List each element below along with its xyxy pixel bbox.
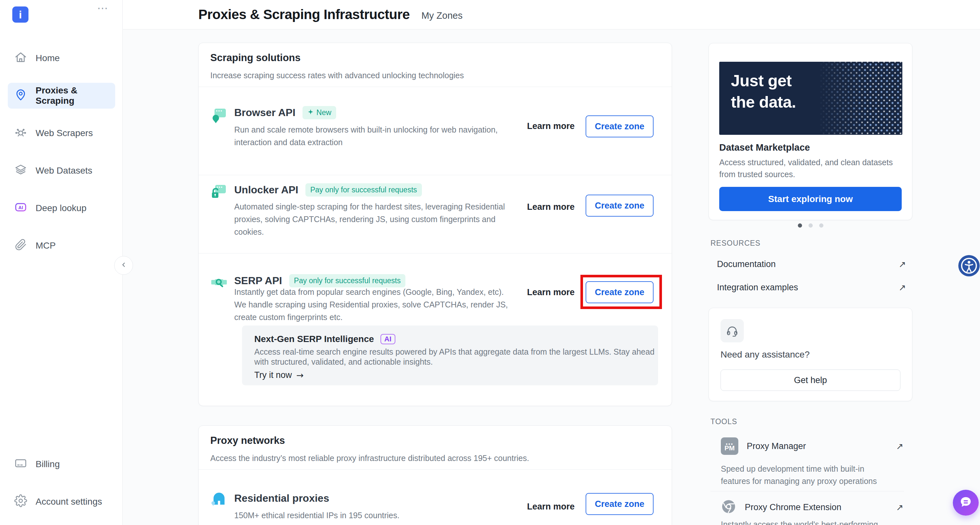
desc-line: Speed up development time with built-in bbox=[721, 463, 877, 475]
desc-line: from trusted sources. bbox=[719, 168, 892, 181]
create-zone-button-residential[interactable]: Create zone bbox=[585, 493, 654, 515]
unlocker-api-icon bbox=[210, 184, 228, 201]
sidebar-item-proxies-scraping[interactable]: Proxies & Scraping bbox=[8, 83, 115, 109]
banner-line: Just get bbox=[731, 70, 796, 92]
proxy-manager-icon: ••• PM bbox=[721, 438, 738, 455]
page-title: Proxies & Scraping Infrastructure bbox=[198, 7, 410, 22]
card-title: Scraping solutions bbox=[210, 52, 301, 64]
sidebar-overflow-menu-icon[interactable]: ⋯ bbox=[97, 3, 109, 14]
brand-logo[interactable]: i bbox=[12, 6, 29, 23]
paperclip-icon bbox=[14, 238, 27, 254]
desc-line: Access structured, validated, and clean … bbox=[719, 157, 892, 168]
sidebar-item-label: Home bbox=[36, 53, 60, 63]
try-it-now-label: Try it now bbox=[254, 370, 292, 380]
tool-proxy-chrome-extension[interactable]: Proxy Chrome Extension ↗ bbox=[721, 499, 903, 515]
desc-line: features for managing any proxy operatio… bbox=[721, 475, 877, 487]
ai-box-icon: AI bbox=[14, 201, 27, 216]
dataset-marketplace-card: Just get the data. Dataset Marketplace A… bbox=[708, 43, 912, 220]
desc-line: 150M+ ethical residential IPs in 195 cou… bbox=[234, 509, 399, 522]
svg-text:AI: AI bbox=[18, 205, 23, 210]
banner-headline: Just get the data. bbox=[731, 70, 796, 113]
carousel-dot[interactable] bbox=[798, 224, 802, 228]
desc-line: Instantly access the world's best-perfor… bbox=[721, 518, 878, 525]
sidebar-item-label: Deep lookup bbox=[36, 203, 86, 213]
sidebar-item-web-datasets[interactable]: Web Datasets bbox=[8, 158, 115, 184]
external-link-icon: ↗ bbox=[896, 502, 903, 512]
create-zone-button-unlocker-api[interactable]: Create zone bbox=[585, 195, 654, 217]
external-link-icon: ↗ bbox=[899, 259, 906, 269]
tool-description: Speed up development time with built-in … bbox=[721, 463, 877, 487]
sidebar-item-web-scrapers[interactable]: Web Scrapers bbox=[8, 120, 115, 146]
promo-description: Access structured, validated, and clean … bbox=[719, 157, 892, 181]
external-link-icon: ↗ bbox=[896, 441, 903, 451]
residential-proxies-icon bbox=[210, 490, 228, 507]
promo-heading: Dataset Marketplace bbox=[719, 142, 810, 153]
sidebar-item-account-settings[interactable]: Account settings bbox=[8, 489, 115, 515]
assistance-card: Need any assistance? Get help bbox=[708, 308, 912, 401]
assistance-question: Need any assistance? bbox=[721, 349, 810, 360]
card-header: Proxy networks Access the industry’s mos… bbox=[199, 426, 672, 470]
resources-link-integration-examples[interactable]: Integration examples ↗ bbox=[717, 279, 906, 296]
create-zone-button-serp-api[interactable]: Create zone bbox=[585, 281, 654, 303]
banner-dot-pattern bbox=[818, 62, 902, 135]
card-subtitle: Increase scraping success rates with adv… bbox=[210, 71, 464, 80]
product-description: Run and scale remote browsers with built… bbox=[234, 124, 498, 149]
external-link-icon: ↗ bbox=[899, 282, 906, 293]
tab-my-zones[interactable]: My Zones bbox=[421, 8, 462, 21]
headset-icon bbox=[721, 319, 744, 343]
divider bbox=[711, 491, 904, 492]
chevron-left-icon bbox=[119, 260, 128, 270]
carousel-dot[interactable] bbox=[819, 224, 823, 228]
badge-label: New bbox=[317, 108, 331, 117]
location-pin-icon bbox=[14, 88, 27, 103]
product-title: Unlocker API bbox=[234, 184, 298, 196]
credit-card-icon bbox=[14, 457, 27, 472]
sidebar-item-label: Web Scrapers bbox=[36, 128, 93, 138]
sidebar-item-deep-lookup[interactable]: AI Deep lookup bbox=[8, 195, 115, 221]
sidebar-item-label: Web Datasets bbox=[36, 165, 92, 176]
learn-more-link[interactable]: Learn more bbox=[527, 502, 574, 512]
create-zone-button-browser-api[interactable]: Create zone bbox=[585, 116, 654, 137]
sidebar-item-billing[interactable]: Billing bbox=[8, 451, 115, 477]
pm-icon-label: PM bbox=[724, 444, 735, 451]
serp-box-title: Next-Gen SERP Intelligence bbox=[254, 334, 374, 344]
accessibility-widget-button[interactable] bbox=[958, 255, 980, 276]
product-title: Residential proxies bbox=[234, 492, 329, 504]
scraping-solutions-card: Scraping solutions Increase scraping suc… bbox=[198, 43, 672, 406]
row-unlocker-api: Unlocker API Pay only for successful req… bbox=[199, 175, 672, 253]
desc-line: Run and scale remote browsers with built… bbox=[234, 124, 498, 136]
learn-more-link[interactable]: Learn more bbox=[527, 121, 574, 131]
learn-more-link[interactable]: Learn more bbox=[527, 202, 574, 212]
arrow-right-icon: → bbox=[296, 370, 304, 380]
tool-description: Instantly access the world's best-perfor… bbox=[721, 518, 878, 525]
page-header: Proxies & Scraping Infrastructure My Zon… bbox=[123, 0, 980, 29]
resources-link-documentation[interactable]: Documentation ↗ bbox=[717, 256, 906, 273]
row-residential-proxies: Residential proxies 150M+ ethical reside… bbox=[199, 470, 672, 525]
main-content: Scraping solutions Increase scraping suc… bbox=[123, 29, 980, 525]
start-exploring-button[interactable]: Start exploring now bbox=[719, 187, 902, 211]
sidebar-collapse-button[interactable] bbox=[114, 256, 133, 275]
next-gen-serp-box: Next-Gen SERP Intelligence AI Access rea… bbox=[242, 325, 658, 385]
desc-line: Instantly get data from popular search e… bbox=[234, 286, 508, 298]
home-icon bbox=[14, 51, 27, 66]
product-description: Automated single-step scraping for the h… bbox=[234, 200, 505, 238]
sidebar-item-mcp[interactable]: MCP bbox=[8, 233, 115, 259]
proxy-networks-card: Proxy networks Access the industry’s mos… bbox=[198, 425, 672, 525]
carousel-dot[interactable] bbox=[808, 224, 813, 228]
tool-proxy-manager[interactable]: ••• PM Proxy Manager ↗ bbox=[721, 438, 903, 455]
desc-line: proxies, solving CAPTCHAs, rendering JS,… bbox=[234, 213, 505, 226]
try-it-now-link[interactable]: Try it now → bbox=[254, 370, 304, 380]
product-title: Browser API bbox=[234, 107, 295, 119]
row-title-line: Residential proxies bbox=[234, 491, 329, 505]
get-help-button[interactable]: Get help bbox=[721, 370, 900, 391]
desc-line: We handle scraping using Residential pro… bbox=[234, 298, 508, 311]
link-label: Documentation bbox=[717, 259, 776, 269]
sidebar-item-home[interactable]: Home bbox=[8, 45, 115, 71]
learn-more-link[interactable]: Learn more bbox=[527, 287, 574, 297]
chat-widget-button[interactable] bbox=[953, 490, 979, 515]
gear-icon bbox=[14, 494, 27, 509]
serp-api-icon bbox=[210, 274, 228, 291]
tool-title: Proxy Manager bbox=[747, 441, 806, 451]
sidebar-item-label: Proxies & Scraping bbox=[36, 85, 115, 106]
row-title-line: Unlocker API Pay only for successful req… bbox=[234, 182, 422, 197]
